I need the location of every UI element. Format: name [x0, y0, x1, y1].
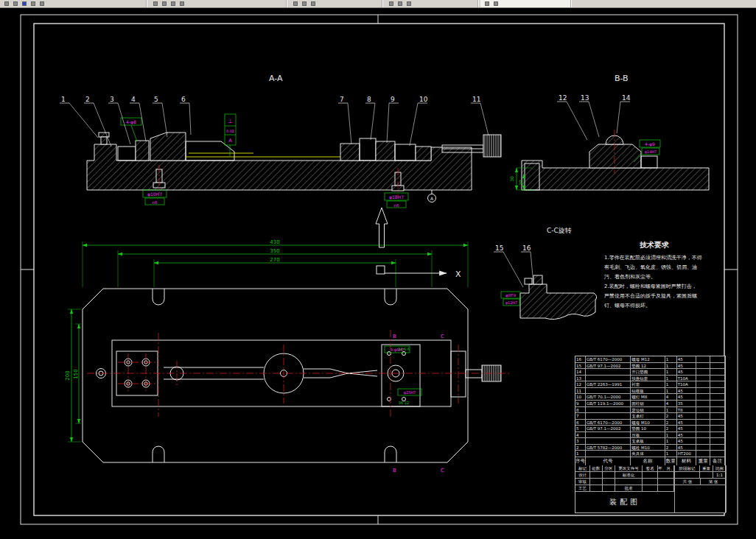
title-cell — [615, 479, 643, 485]
parts-table-cell: 12 — [575, 381, 586, 387]
balloon-number-3: 3 — [110, 96, 114, 103]
toolbar-group — [480, 0, 572, 7]
parts-table-cell: GB/T 2263—1991 — [586, 381, 631, 387]
parts-table-cell: 名称 — [631, 457, 665, 465]
parts-table-cell: 45 — [677, 432, 697, 438]
toolbar-button[interactable] — [407, 1, 411, 6]
parts-table-cell: GB/T 6170—2000 — [586, 420, 631, 426]
parts-table-cell: 45 — [677, 420, 697, 426]
toolbar-button[interactable] — [180, 1, 184, 6]
dim-detail-bottom: 36 12 — [399, 401, 409, 405]
toolbar-button[interactable] — [40, 1, 44, 6]
parts-table-cell: 代号 — [586, 457, 631, 465]
svg-text:A: A — [228, 138, 232, 144]
parts-table-cell — [586, 413, 631, 419]
parts-table-cell: 开口垫圈 — [631, 369, 665, 375]
parts-table-cell — [710, 413, 725, 419]
title-cell-standardize: 标准化 — [615, 472, 643, 479]
balloon-number-15: 15 — [495, 244, 503, 252]
parts-table-cell: 1 — [665, 376, 677, 381]
section-cc-label: C-C旋转 — [547, 227, 572, 234]
parts-table-row: 2GB/T 5782—2000螺栓 M10245 — [575, 445, 725, 451]
parts-table-cell: GB/T 97.1—2002 — [586, 363, 631, 369]
balloon-number-5: 5 — [154, 96, 158, 103]
toolbar-button[interactable] — [485, 1, 489, 6]
balloon-number-4: 4 — [131, 96, 136, 103]
balloon-number-14: 14 — [622, 94, 631, 102]
title-cell — [590, 485, 603, 492]
parts-table-cell — [710, 401, 725, 406]
svg-text:B: B — [393, 468, 396, 473]
parts-table-cell: 45 — [677, 363, 697, 369]
title-cell — [590, 472, 603, 479]
svg-text:φ8F9: φ8F9 — [505, 293, 516, 298]
parts-list-table: 16GB/T 6170—2000螺母 M1214515GB/T 97.1—200… — [575, 356, 726, 466]
parts-table-cell — [710, 420, 725, 426]
toolbar-button[interactable] — [22, 1, 27, 6]
toolbar-button[interactable] — [398, 1, 402, 6]
parts-table-cell: 4 — [575, 432, 586, 438]
balloon-number-8: 8 — [367, 96, 371, 103]
parts-table-cell — [696, 451, 710, 457]
aa-bushing — [136, 141, 149, 161]
toolbar-button[interactable] — [162, 1, 167, 6]
parts-table-row: 16GB/T 6170—2000螺母 M12145 — [575, 356, 725, 363]
parts-table-cell: 序号 — [575, 457, 586, 465]
toolbar-button[interactable] — [311, 1, 315, 6]
parts-table-cell: 数量 — [665, 457, 677, 465]
bb-seat — [589, 144, 641, 168]
toolbar-button[interactable] — [13, 1, 18, 6]
svg-text:C: C — [441, 468, 444, 473]
parts-table-cell: 45 — [677, 369, 697, 375]
parts-table-cell: 夹具体 — [631, 451, 665, 457]
toolbar-group — [385, 0, 479, 7]
parts-table-cell: 1 — [665, 356, 677, 362]
title-block-left: 标记 处数 分区 更改文件号 签名 年、月、日 设计 标准化 审核 工艺 — [575, 465, 675, 512]
tech-requirements-title: 技术要求 — [639, 241, 669, 249]
aa-clamp-block — [340, 144, 360, 161]
tech-req-line: 钉、螺母不得损坏。 — [603, 303, 651, 309]
parts-table-cell — [710, 438, 725, 444]
aa-knurled-knob — [483, 135, 501, 157]
parts-table-cell — [696, 420, 710, 426]
parts-table-cell: 螺钉 M8 — [631, 394, 665, 400]
title-cell — [603, 485, 615, 492]
parts-table-cell: 13 — [575, 376, 586, 381]
parts-table-row: 14开口垫圈145 — [575, 369, 725, 376]
parts-table-cell: 1 — [665, 407, 677, 413]
toolbar-button[interactable] — [31, 1, 35, 6]
parts-table-cell: 16 — [575, 356, 586, 362]
toolbar-button[interactable] — [293, 1, 298, 6]
toolbar-group — [149, 0, 287, 7]
parts-table-cell: 35 — [677, 401, 697, 406]
parts-table-cell: 备注 — [710, 457, 725, 465]
toolbar-button[interactable] — [4, 1, 9, 6]
title-block-right: 阶段标记 重量 比例 1:1 共 张 第 张 — [675, 465, 727, 512]
balloon-number-13: 13 — [581, 94, 589, 102]
parts-table-cell — [586, 451, 631, 457]
parts-table-cell — [696, 363, 710, 369]
parts-table-row: 5GB/T 97.1—2002垫圈 10245 — [575, 426, 725, 432]
toolbar-button[interactable] — [171, 1, 175, 6]
parts-table-cell: 8 — [575, 407, 586, 413]
parts-table-cell: 垫圈 12 — [631, 363, 665, 369]
title-cell — [675, 472, 700, 479]
toolbar-button[interactable] — [494, 1, 498, 6]
parts-table-row: 11钻模板145 — [575, 388, 725, 395]
parts-table-cell: 6 — [575, 420, 586, 426]
parts-table-cell: 45 — [677, 438, 697, 444]
title-cell — [643, 472, 658, 479]
title-cell-stage: 阶段标记 — [675, 465, 700, 472]
parts-table-cell: 7 — [575, 413, 586, 419]
svg-text:3-φ6H7: 3-φ6H7 — [391, 348, 404, 353]
toolbar-button[interactable] — [302, 1, 307, 6]
parts-table-cell: 45 — [677, 356, 697, 362]
parts-table-cell: GB/T 6170—2000 — [586, 356, 631, 362]
parts-table-cell: T10A — [677, 376, 697, 381]
toolbar-button[interactable] — [153, 1, 158, 6]
parts-table-cell: T8 — [677, 407, 697, 413]
axis-x-label: X — [455, 270, 461, 279]
parts-table-cell: 5 — [575, 426, 586, 431]
toolbar-button[interactable] — [389, 1, 393, 6]
title-cell — [643, 485, 658, 492]
